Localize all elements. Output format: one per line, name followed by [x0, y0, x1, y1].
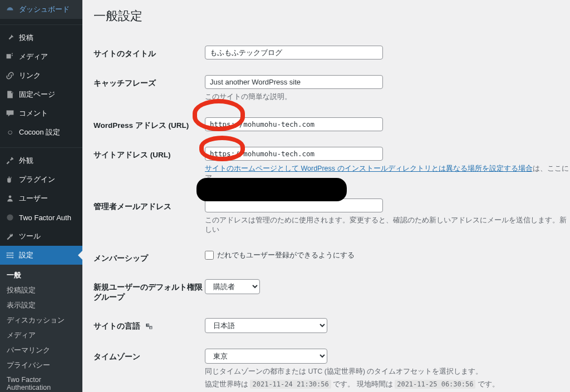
- svg-text:文: 文: [146, 324, 149, 327]
- tagline-input[interactable]: [205, 75, 383, 89]
- svg-point-5: [12, 252, 13, 254]
- utc-time: 2021-11-24 21:30:56: [250, 380, 331, 389]
- dashboard-icon: [4, 4, 16, 15]
- media-icon: [4, 51, 16, 62]
- menu-label: プラグイン: [19, 175, 55, 185]
- page-icon: [4, 89, 16, 100]
- sidebar-item-pages[interactable]: 固定ページ: [0, 85, 82, 104]
- appearance-icon: [4, 155, 16, 166]
- membership-checkbox-text: だれでもユーザー登録ができるようにする: [217, 250, 355, 260]
- menu-label: Cocoon 設定: [19, 127, 60, 137]
- admin-sidebar: ダッシュボード 投稿 メディア リンク 固定ページ コメント ○ Cocoon …: [0, 0, 82, 392]
- translate-icon: 文A: [145, 322, 154, 330]
- sidebar-item-media[interactable]: メディア: [0, 47, 82, 66]
- sidebar-item-settings[interactable]: 設定: [0, 246, 82, 265]
- menu-label: メディア: [19, 52, 48, 62]
- sidebar-item-twofactor[interactable]: Two Factor Auth: [0, 208, 82, 227]
- sidebar-item-tools[interactable]: ツール: [0, 227, 82, 246]
- menu-label: リンク: [19, 71, 41, 81]
- submenu-reading[interactable]: 表示設定: [0, 298, 82, 313]
- page-title: 一般設定: [94, 8, 570, 24]
- sidebar-item-users[interactable]: ユーザー: [0, 189, 82, 208]
- svg-text:A: A: [150, 326, 151, 329]
- menu-label: ダッシュボード: [19, 4, 70, 14]
- sidebar-item-plugins[interactable]: プラグイン: [0, 170, 82, 189]
- link-icon: [4, 70, 16, 81]
- label-admin-email: 管理者メールアドレス: [94, 199, 205, 212]
- default-role-select[interactable]: 購読者: [205, 279, 260, 294]
- submenu-general[interactable]: 一般: [0, 268, 82, 283]
- shield-icon: [4, 212, 16, 223]
- submenu-2fa[interactable]: Two Factor Authentication: [0, 373, 82, 392]
- svg-rect-4: [7, 257, 12, 258]
- menu-label: Two Factor Auth: [19, 214, 71, 222]
- menu-label: 固定ページ: [19, 90, 55, 100]
- label-tagline: キャッチフレーズ: [94, 75, 205, 88]
- svg-point-6: [7, 254, 8, 256]
- sidebar-item-comments[interactable]: コメント: [0, 104, 82, 123]
- timezone-description-2: 協定世界時は 2021-11-24 21:30:56 です。 現地時間は 202…: [205, 380, 570, 389]
- submenu-privacy[interactable]: プライバシー: [0, 358, 82, 373]
- local-time: 2021-11-25 06:30:56: [395, 380, 475, 389]
- settings-icon: [4, 250, 16, 261]
- sidebar-item-dashboard[interactable]: ダッシュボード: [0, 0, 82, 19]
- wp-address-input[interactable]: [205, 117, 383, 131]
- comment-icon: [4, 108, 16, 119]
- membership-checkbox[interactable]: [205, 251, 214, 260]
- label-timezone: タイムゾーン: [94, 349, 205, 362]
- svg-point-7: [12, 256, 13, 258]
- svg-point-0: [9, 195, 12, 198]
- users-icon: [4, 193, 16, 204]
- svg-point-1: [7, 214, 13, 220]
- admin-email-description: このアドレスは管理のために使用されます。変更すると、確認のため新しいアドレスにメ…: [205, 216, 570, 235]
- label-default-role: 新規ユーザーのデフォルト権限グループ: [94, 279, 205, 302]
- submenu-media[interactable]: メディア: [0, 328, 82, 343]
- redaction-email: [196, 178, 347, 201]
- site-address-help-link[interactable]: サイトのホームページとして WordPress のインストールディレクトリとは異…: [205, 165, 533, 172]
- label-site-title: サイトのタイトル: [94, 46, 205, 59]
- submenu-writing[interactable]: 投稿設定: [0, 283, 82, 298]
- settings-submenu: 一般 投稿設定 表示設定 ディスカッション メディア パーマリンク プライバシー…: [0, 265, 82, 392]
- main-content: 一般設定 サイトのタイトル キャッチフレーズ このサイトの簡単な説明。 Word…: [82, 0, 570, 392]
- sidebar-item-appearance[interactable]: 外観: [0, 151, 82, 170]
- menu-label: 投稿: [19, 33, 33, 43]
- tagline-description: このサイトの簡単な説明。: [205, 92, 570, 102]
- menu-label: ツール: [19, 231, 41, 241]
- plugin-icon: [4, 174, 16, 185]
- label-wp-address: WordPress アドレス (URL): [94, 117, 205, 131]
- site-title-input[interactable]: [205, 46, 383, 59]
- label-site-lang: サイトの言語 文A: [94, 318, 205, 331]
- membership-checkbox-label[interactable]: だれでもユーザー登録ができるようにする: [205, 250, 570, 260]
- pin-icon: [4, 32, 16, 43]
- svg-rect-2: [7, 252, 12, 254]
- menu-label: 設定: [19, 250, 33, 260]
- site-lang-select[interactable]: 日本語: [205, 318, 327, 333]
- cocoon-icon: ○: [4, 127, 16, 138]
- sidebar-item-posts[interactable]: 投稿: [0, 28, 82, 47]
- site-address-input[interactable]: [205, 147, 383, 161]
- submenu-discussion[interactable]: ディスカッション: [0, 313, 82, 328]
- sidebar-item-cocoon[interactable]: ○ Cocoon 設定: [0, 123, 82, 142]
- label-site-address: サイトアドレス (URL): [94, 147, 205, 160]
- label-membership: メンバーシップ: [94, 250, 205, 264]
- menu-label: 外観: [19, 156, 33, 166]
- timezone-select[interactable]: 東京: [205, 349, 327, 364]
- timezone-description-1: 同じタイムゾーンの都市または UTC (協定世界時) のタイムオフセットを選択し…: [205, 367, 570, 376]
- tools-icon: [4, 231, 16, 242]
- sidebar-item-links[interactable]: リンク: [0, 66, 82, 85]
- submenu-permalink[interactable]: パーマリンク: [0, 343, 82, 358]
- menu-label: コメント: [19, 108, 48, 118]
- menu-label: ユーザー: [19, 193, 48, 204]
- svg-rect-3: [8, 255, 14, 256]
